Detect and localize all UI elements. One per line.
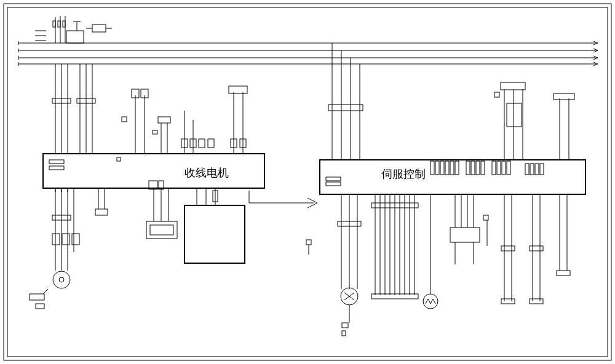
svg-rect-113 — [476, 161, 480, 175]
right-lower-wiring — [306, 194, 570, 336]
block-right: 伺服控制 — [320, 160, 585, 194]
svg-rect-131 — [342, 323, 348, 328]
main-breaker — [35, 16, 112, 43]
inner-frame — [7, 7, 608, 357]
svg-rect-108 — [445, 161, 449, 175]
svg-rect-104 — [326, 177, 341, 181]
svg-point-67 — [59, 277, 64, 282]
left-drops — [52, 64, 247, 154]
svg-rect-63 — [52, 234, 60, 245]
svg-point-144 — [423, 294, 438, 309]
svg-rect-114 — [481, 161, 485, 175]
svg-rect-110 — [455, 161, 459, 175]
svg-rect-44 — [199, 139, 205, 148]
right-drops — [328, 43, 574, 160]
svg-rect-155 — [306, 240, 311, 245]
svg-rect-122 — [540, 164, 544, 175]
svg-rect-48 — [229, 86, 247, 93]
svg-rect-35 — [122, 117, 127, 122]
svg-rect-132 — [342, 331, 346, 336]
svg-rect-39 — [153, 130, 157, 134]
svg-rect-73 — [95, 209, 108, 215]
svg-rect-96 — [501, 82, 525, 90]
svg-rect-109 — [450, 161, 454, 175]
svg-rect-14 — [66, 31, 84, 43]
right-block-label: 伺服控制 — [381, 168, 426, 180]
svg-rect-51 — [43, 154, 264, 188]
svg-rect-12 — [58, 21, 60, 27]
outer-frame — [4, 4, 611, 360]
svg-rect-117 — [502, 161, 506, 175]
svg-line-68 — [43, 289, 48, 294]
svg-rect-150 — [450, 228, 480, 242]
bus-rails — [18, 41, 598, 66]
svg-rect-103 — [326, 182, 341, 186]
svg-rect-80 — [150, 225, 173, 235]
svg-rect-38 — [158, 117, 170, 123]
svg-rect-97 — [507, 103, 522, 127]
svg-rect-11 — [53, 21, 55, 27]
svg-rect-54 — [117, 157, 121, 161]
svg-rect-159 — [501, 246, 515, 251]
svg-rect-106 — [435, 161, 439, 175]
svg-rect-111 — [466, 161, 470, 175]
svg-rect-120 — [530, 164, 534, 175]
svg-rect-164 — [530, 299, 543, 304]
svg-rect-163 — [501, 299, 515, 304]
svg-rect-13 — [63, 21, 65, 27]
block-left: 收线电机 — [43, 154, 264, 192]
svg-rect-162 — [530, 246, 543, 251]
svg-rect-112 — [471, 161, 475, 175]
link-arrow — [249, 191, 317, 208]
svg-rect-20 — [92, 25, 106, 32]
svg-rect-119 — [525, 164, 529, 175]
svg-rect-70 — [36, 304, 44, 309]
svg-rect-53 — [49, 166, 64, 170]
svg-rect-92 — [328, 105, 363, 111]
svg-rect-102 — [320, 160, 585, 194]
svg-point-66 — [53, 271, 70, 288]
svg-rect-107 — [440, 161, 444, 175]
svg-rect-69 — [30, 294, 44, 300]
svg-rect-105 — [430, 161, 434, 175]
svg-rect-167 — [557, 271, 570, 275]
svg-rect-153 — [483, 215, 488, 220]
svg-rect-45 — [208, 139, 214, 148]
left-block-label: 收线电机 — [184, 167, 229, 179]
svg-rect-116 — [497, 161, 501, 175]
left-lower-wiring — [30, 181, 245, 309]
electrical-schematic: 收线电机 — [0, 0, 615, 364]
svg-rect-101 — [554, 93, 574, 100]
svg-rect-52 — [49, 160, 64, 164]
svg-rect-64 — [62, 234, 69, 245]
svg-rect-98 — [494, 92, 499, 97]
svg-rect-121 — [535, 164, 539, 175]
svg-rect-65 — [72, 234, 79, 245]
svg-rect-81 — [184, 205, 245, 263]
svg-rect-115 — [492, 161, 496, 175]
svg-rect-118 — [507, 161, 510, 175]
svg-rect-79 — [146, 221, 177, 239]
